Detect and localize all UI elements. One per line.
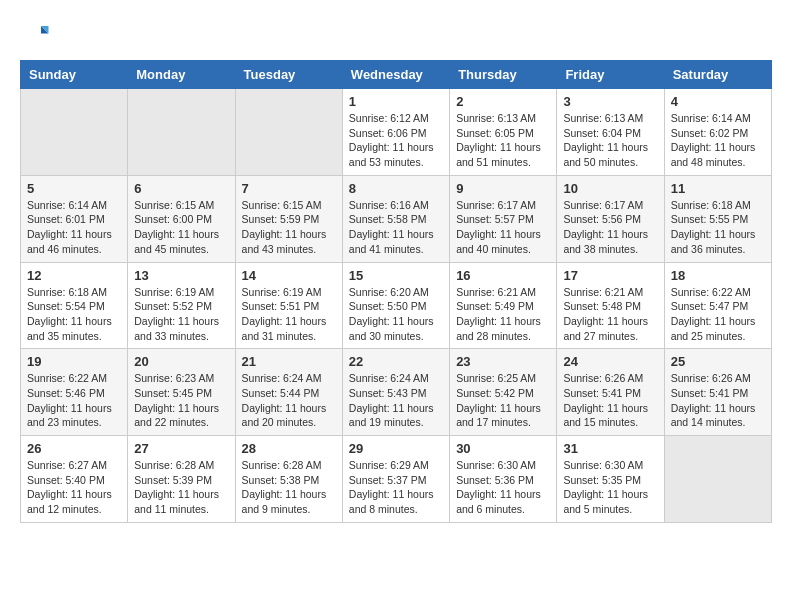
day-number: 27	[134, 441, 228, 456]
day-info: Sunrise: 6:12 AM Sunset: 6:06 PM Dayligh…	[349, 111, 443, 170]
calendar-body: 1Sunrise: 6:12 AM Sunset: 6:06 PM Daylig…	[21, 89, 772, 523]
calendar-header-cell: Thursday	[450, 61, 557, 89]
day-info: Sunrise: 6:21 AM Sunset: 5:49 PM Dayligh…	[456, 285, 550, 344]
day-info: Sunrise: 6:14 AM Sunset: 6:01 PM Dayligh…	[27, 198, 121, 257]
day-number: 24	[563, 354, 657, 369]
day-info: Sunrise: 6:17 AM Sunset: 5:57 PM Dayligh…	[456, 198, 550, 257]
calendar-day-cell: 4Sunrise: 6:14 AM Sunset: 6:02 PM Daylig…	[664, 89, 771, 176]
day-info: Sunrise: 6:18 AM Sunset: 5:55 PM Dayligh…	[671, 198, 765, 257]
day-number: 22	[349, 354, 443, 369]
calendar-day-cell: 30Sunrise: 6:30 AM Sunset: 5:36 PM Dayli…	[450, 436, 557, 523]
calendar-table: SundayMondayTuesdayWednesdayThursdayFrid…	[20, 60, 772, 523]
day-info: Sunrise: 6:24 AM Sunset: 5:43 PM Dayligh…	[349, 371, 443, 430]
calendar-day-cell: 7Sunrise: 6:15 AM Sunset: 5:59 PM Daylig…	[235, 175, 342, 262]
calendar-day-cell: 31Sunrise: 6:30 AM Sunset: 5:35 PM Dayli…	[557, 436, 664, 523]
day-info: Sunrise: 6:16 AM Sunset: 5:58 PM Dayligh…	[349, 198, 443, 257]
calendar-week-row: 1Sunrise: 6:12 AM Sunset: 6:06 PM Daylig…	[21, 89, 772, 176]
calendar-week-row: 5Sunrise: 6:14 AM Sunset: 6:01 PM Daylig…	[21, 175, 772, 262]
day-number: 4	[671, 94, 765, 109]
day-number: 23	[456, 354, 550, 369]
day-info: Sunrise: 6:13 AM Sunset: 6:04 PM Dayligh…	[563, 111, 657, 170]
calendar-day-cell: 27Sunrise: 6:28 AM Sunset: 5:39 PM Dayli…	[128, 436, 235, 523]
calendar-header-row: SundayMondayTuesdayWednesdayThursdayFrid…	[21, 61, 772, 89]
calendar-week-row: 19Sunrise: 6:22 AM Sunset: 5:46 PM Dayli…	[21, 349, 772, 436]
day-info: Sunrise: 6:27 AM Sunset: 5:40 PM Dayligh…	[27, 458, 121, 517]
day-number: 20	[134, 354, 228, 369]
day-info: Sunrise: 6:29 AM Sunset: 5:37 PM Dayligh…	[349, 458, 443, 517]
day-number: 15	[349, 268, 443, 283]
day-number: 16	[456, 268, 550, 283]
calendar-day-cell	[21, 89, 128, 176]
day-info: Sunrise: 6:23 AM Sunset: 5:45 PM Dayligh…	[134, 371, 228, 430]
day-info: Sunrise: 6:22 AM Sunset: 5:46 PM Dayligh…	[27, 371, 121, 430]
day-info: Sunrise: 6:28 AM Sunset: 5:38 PM Dayligh…	[242, 458, 336, 517]
calendar-day-cell: 26Sunrise: 6:27 AM Sunset: 5:40 PM Dayli…	[21, 436, 128, 523]
calendar-day-cell: 5Sunrise: 6:14 AM Sunset: 6:01 PM Daylig…	[21, 175, 128, 262]
calendar-day-cell	[664, 436, 771, 523]
day-number: 25	[671, 354, 765, 369]
day-number: 28	[242, 441, 336, 456]
day-number: 26	[27, 441, 121, 456]
day-info: Sunrise: 6:19 AM Sunset: 5:52 PM Dayligh…	[134, 285, 228, 344]
calendar-day-cell: 8Sunrise: 6:16 AM Sunset: 5:58 PM Daylig…	[342, 175, 449, 262]
day-number: 30	[456, 441, 550, 456]
calendar-day-cell: 24Sunrise: 6:26 AM Sunset: 5:41 PM Dayli…	[557, 349, 664, 436]
day-info: Sunrise: 6:19 AM Sunset: 5:51 PM Dayligh…	[242, 285, 336, 344]
calendar-day-cell	[235, 89, 342, 176]
calendar-day-cell	[128, 89, 235, 176]
day-info: Sunrise: 6:30 AM Sunset: 5:35 PM Dayligh…	[563, 458, 657, 517]
day-number: 21	[242, 354, 336, 369]
calendar-day-cell: 3Sunrise: 6:13 AM Sunset: 6:04 PM Daylig…	[557, 89, 664, 176]
day-number: 14	[242, 268, 336, 283]
calendar-day-cell: 11Sunrise: 6:18 AM Sunset: 5:55 PM Dayli…	[664, 175, 771, 262]
calendar-day-cell: 23Sunrise: 6:25 AM Sunset: 5:42 PM Dayli…	[450, 349, 557, 436]
calendar-day-cell: 28Sunrise: 6:28 AM Sunset: 5:38 PM Dayli…	[235, 436, 342, 523]
day-number: 9	[456, 181, 550, 196]
day-info: Sunrise: 6:26 AM Sunset: 5:41 PM Dayligh…	[563, 371, 657, 430]
calendar-header-cell: Sunday	[21, 61, 128, 89]
day-number: 19	[27, 354, 121, 369]
calendar-header-cell: Saturday	[664, 61, 771, 89]
calendar-day-cell: 18Sunrise: 6:22 AM Sunset: 5:47 PM Dayli…	[664, 262, 771, 349]
calendar-day-cell: 15Sunrise: 6:20 AM Sunset: 5:50 PM Dayli…	[342, 262, 449, 349]
day-number: 3	[563, 94, 657, 109]
calendar-day-cell: 6Sunrise: 6:15 AM Sunset: 6:00 PM Daylig…	[128, 175, 235, 262]
calendar-day-cell: 17Sunrise: 6:21 AM Sunset: 5:48 PM Dayli…	[557, 262, 664, 349]
day-number: 11	[671, 181, 765, 196]
calendar-day-cell: 10Sunrise: 6:17 AM Sunset: 5:56 PM Dayli…	[557, 175, 664, 262]
logo	[20, 20, 54, 50]
day-info: Sunrise: 6:30 AM Sunset: 5:36 PM Dayligh…	[456, 458, 550, 517]
day-info: Sunrise: 6:15 AM Sunset: 5:59 PM Dayligh…	[242, 198, 336, 257]
day-info: Sunrise: 6:14 AM Sunset: 6:02 PM Dayligh…	[671, 111, 765, 170]
calendar-day-cell: 19Sunrise: 6:22 AM Sunset: 5:46 PM Dayli…	[21, 349, 128, 436]
calendar-header-cell: Friday	[557, 61, 664, 89]
calendar-header-cell: Tuesday	[235, 61, 342, 89]
calendar-day-cell: 1Sunrise: 6:12 AM Sunset: 6:06 PM Daylig…	[342, 89, 449, 176]
day-number: 12	[27, 268, 121, 283]
calendar-header-cell: Monday	[128, 61, 235, 89]
logo-icon	[20, 20, 50, 50]
calendar-day-cell: 29Sunrise: 6:29 AM Sunset: 5:37 PM Dayli…	[342, 436, 449, 523]
day-number: 31	[563, 441, 657, 456]
calendar-day-cell: 12Sunrise: 6:18 AM Sunset: 5:54 PM Dayli…	[21, 262, 128, 349]
calendar-day-cell: 13Sunrise: 6:19 AM Sunset: 5:52 PM Dayli…	[128, 262, 235, 349]
calendar-header-cell: Wednesday	[342, 61, 449, 89]
calendar-day-cell: 14Sunrise: 6:19 AM Sunset: 5:51 PM Dayli…	[235, 262, 342, 349]
day-info: Sunrise: 6:21 AM Sunset: 5:48 PM Dayligh…	[563, 285, 657, 344]
day-number: 10	[563, 181, 657, 196]
day-info: Sunrise: 6:25 AM Sunset: 5:42 PM Dayligh…	[456, 371, 550, 430]
calendar-day-cell: 22Sunrise: 6:24 AM Sunset: 5:43 PM Dayli…	[342, 349, 449, 436]
day-number: 18	[671, 268, 765, 283]
day-number: 17	[563, 268, 657, 283]
day-info: Sunrise: 6:20 AM Sunset: 5:50 PM Dayligh…	[349, 285, 443, 344]
day-info: Sunrise: 6:28 AM Sunset: 5:39 PM Dayligh…	[134, 458, 228, 517]
calendar-day-cell: 25Sunrise: 6:26 AM Sunset: 5:41 PM Dayli…	[664, 349, 771, 436]
day-number: 7	[242, 181, 336, 196]
day-number: 5	[27, 181, 121, 196]
calendar-week-row: 26Sunrise: 6:27 AM Sunset: 5:40 PM Dayli…	[21, 436, 772, 523]
page-header	[20, 20, 772, 50]
calendar-day-cell: 2Sunrise: 6:13 AM Sunset: 6:05 PM Daylig…	[450, 89, 557, 176]
day-number: 6	[134, 181, 228, 196]
day-info: Sunrise: 6:17 AM Sunset: 5:56 PM Dayligh…	[563, 198, 657, 257]
day-info: Sunrise: 6:15 AM Sunset: 6:00 PM Dayligh…	[134, 198, 228, 257]
